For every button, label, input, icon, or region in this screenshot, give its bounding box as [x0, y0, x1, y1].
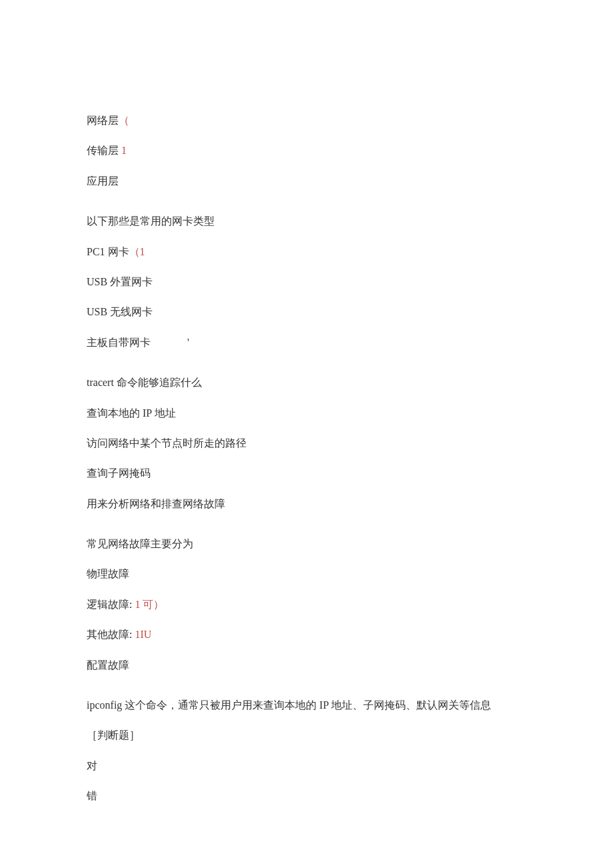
red-text: （1 — [129, 246, 145, 257]
red-text: 1IU — [132, 629, 151, 640]
text: 其他故障: — [87, 629, 132, 640]
red-text: （ — [119, 115, 129, 126]
option-line: 查询子网掩码 — [87, 466, 526, 481]
option-line: 错 — [87, 789, 526, 803]
text: 常见网络故障主要分为 — [87, 538, 193, 549]
option-line: 其他故障: 1IU — [87, 627, 526, 642]
text: ［判断题］ — [87, 729, 140, 741]
text: 以下那些是常用的网卡类型 — [87, 215, 215, 227]
tag-line: ［判断题］ — [87, 728, 526, 743]
text-line: 传输层 1 — [87, 143, 526, 158]
red-text: 1 — [119, 145, 127, 156]
text: ipconfig 这个命令，通常只被用户用来查询本地的 IP 地址、子网掩码、默… — [87, 699, 491, 711]
text-line: 应用层 — [87, 174, 526, 189]
option-line: 配置故障 — [87, 658, 526, 673]
text: tracert 命令能够追踪什么 — [87, 377, 202, 388]
option-line: 主板自带网卡' — [87, 335, 526, 350]
option-line: 用来分析网络和排查网络故障 — [87, 497, 526, 511]
option-line: 逻辑故障: 1 可） — [87, 597, 526, 612]
document-page: 网络层（ 传输层 1 应用层 以下那些是常用的网卡类型 PC1 网卡（1 USB… — [0, 0, 613, 804]
option-line: PC1 网卡（1 — [87, 245, 526, 259]
question-line: tracert 命令能够追踪什么 — [87, 375, 526, 390]
text: 错 — [87, 790, 97, 801]
question-line: 以下那些是常用的网卡类型 — [87, 214, 526, 229]
text: 网络层 — [87, 115, 119, 126]
text: PC1 网卡 — [87, 246, 129, 257]
text: USB 无线网卡 — [87, 306, 153, 317]
option-line: 物理故障 — [87, 567, 526, 581]
text: 配置故障 — [87, 659, 129, 671]
option-line: USB 无线网卡 — [87, 305, 526, 319]
text: USB 外置网卡 — [87, 276, 153, 287]
red-text: 1 可） — [132, 599, 164, 610]
text: 主板自带网卡 — [87, 337, 151, 348]
option-line: 对 — [87, 759, 526, 773]
text: 对 — [87, 760, 97, 771]
question-line: 常见网络故障主要分为 — [87, 537, 526, 551]
text: 访问网络中某个节点时所走的路径 — [87, 437, 247, 449]
apostrophe: ' — [187, 335, 189, 350]
text: 用来分析网络和排查网络故障 — [87, 498, 225, 509]
question-line: ipconfig 这个命令，通常只被用户用来查询本地的 IP 地址、子网掩码、默… — [87, 698, 526, 713]
text: 查询子网掩码 — [87, 467, 151, 479]
option-line: 访问网络中某个节点时所走的路径 — [87, 436, 526, 451]
option-line: 查询本地的 IP 地址 — [87, 406, 526, 421]
text: 物理故障 — [87, 568, 129, 579]
text: 传输层 — [87, 145, 119, 156]
text: 逻辑故障: — [87, 599, 132, 610]
text-line: 网络层（ — [87, 113, 526, 128]
option-line: USB 外置网卡 — [87, 275, 526, 289]
text: 查询本地的 IP 地址 — [87, 407, 176, 419]
text: 应用层 — [87, 175, 119, 187]
